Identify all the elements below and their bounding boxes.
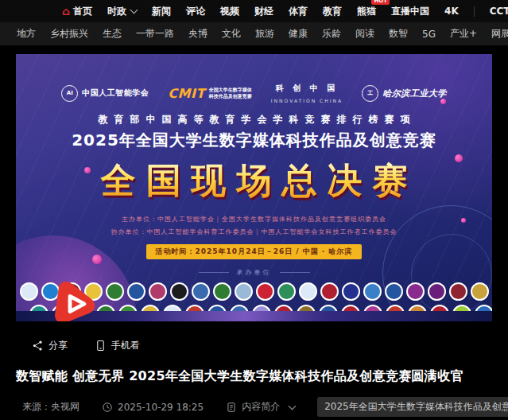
final-title: 全国现场总决赛	[16, 158, 492, 204]
share-label: 分享	[48, 339, 68, 352]
university-logo	[106, 282, 124, 301]
nav-item-时政[interactable]: 时政	[107, 5, 137, 18]
nav-item-CCTV.直播[interactable]: CCTV.直播	[490, 5, 508, 18]
nav-item-label: 评论	[186, 5, 205, 18]
nav-item-旅游[interactable]: 旅游	[255, 27, 274, 41]
primary-nav-items: ⌂首页时政新闻评论视频财经体育教育熊猫HOT直播中国4KCCTV.直播中	[62, 5, 508, 18]
secondary-nav: 地方乡村振兴生态一带一路央博文化旅游健康乐龄阅读数智5G产业+网展央央好物	[0, 22, 508, 45]
ranking-subtitle: 教育部中国高等教育学会学科竞赛排行榜赛项	[16, 113, 492, 126]
co-organizer-line: 协办单位：中国人工智能学会科普工作委员会｜中国人工智能学会女科技工作者工作委员会	[16, 228, 492, 236]
university-logo	[406, 282, 425, 301]
event-time-badge: 活动时间：2025年10月24日－26日 / 中国 · 哈尔滨	[146, 244, 363, 259]
nav-item-财经[interactable]: 财经	[254, 5, 273, 18]
nav-item-乐龄[interactable]: 乐龄	[322, 27, 341, 41]
divider-line	[280, 272, 310, 273]
nav-item-教育[interactable]: 教育	[323, 5, 342, 18]
university-logo	[428, 282, 446, 301]
university-logo	[235, 282, 253, 301]
university-logo	[385, 282, 403, 301]
secondary-nav-items: 地方乡村振兴生态一带一路央博文化旅游健康乐龄阅读数智5G产业+网展央央好物	[17, 27, 508, 41]
caai-logo: AI 中国人工智能学会	[61, 85, 149, 102]
nav-item-label: 视频	[220, 5, 239, 18]
nav-item-乡村振兴[interactable]: 乡村振兴	[50, 27, 88, 41]
university-logo	[256, 282, 274, 301]
innovation-china-logo: 科 创 中 国 INNOVATION CHINA	[271, 83, 343, 103]
nav-item-label: 时政	[107, 5, 126, 18]
nav-item-数智[interactable]: 数智	[389, 27, 408, 41]
partner-logos-row: AI 中国人工智能学会 CMIT 全国大学生数字媒体 科技作品及创意竞赛 科 创…	[16, 83, 492, 103]
nav-item-label: CCTV.直播	[490, 5, 508, 18]
nav-item-4K[interactable]: 4K	[444, 6, 459, 17]
document-icon	[226, 402, 237, 413]
content-summary-label: 内容简介	[242, 400, 280, 414]
mobile-view-button[interactable]: 手机看	[95, 339, 140, 352]
play-button[interactable]	[51, 280, 99, 321]
nav-item-直播中国[interactable]: 直播中国	[391, 5, 429, 18]
nav-item-文化[interactable]: 文化	[222, 27, 241, 41]
nav-item-体育[interactable]: 体育	[289, 5, 308, 18]
meta-bar: 来源：央视网 2025-10-29 18:25 内容简介	[22, 397, 508, 417]
timestamp-text: 2025-10-29 18:25	[118, 402, 204, 413]
caai-icon: AI	[61, 85, 78, 102]
nav-item-产业+[interactable]: 产业+	[450, 27, 477, 41]
caai-label: 中国人工智能学会	[82, 88, 149, 99]
nav-item-网展[interactable]: 网展	[491, 27, 508, 41]
divider-line	[199, 272, 229, 273]
nav-item-一带一路[interactable]: 一带一路	[136, 27, 174, 41]
chevron-down-icon	[289, 402, 297, 410]
nav-item-生态[interactable]: 生态	[103, 27, 122, 41]
publish-time: 2025-10-29 18:25	[102, 402, 204, 413]
nav-item-健康[interactable]: 健康	[289, 27, 308, 41]
nav-item-5G[interactable]: 5G	[422, 29, 436, 40]
hit-icon: 工	[362, 85, 378, 102]
nav-item-新闻[interactable]: 新闻	[152, 5, 171, 18]
innovation-china-sub: INNOVATION CHINA	[271, 98, 343, 103]
chevron-down-icon	[130, 6, 138, 14]
university-logo	[320, 282, 339, 301]
share-icon	[32, 340, 44, 352]
content-summary-toggle[interactable]: 内容简介	[226, 400, 295, 414]
nav-item-label: 财经	[254, 5, 273, 18]
nav-item-视频[interactable]: 视频	[220, 5, 239, 18]
nav-item-label: 熊猫	[357, 5, 376, 18]
phone-icon	[95, 340, 107, 352]
main-content: AI 中国人工智能学会 CMIT 全国大学生数字媒体 科技作品及创意竞赛 科 创…	[0, 45, 508, 417]
nav-item-熊猫[interactable]: 熊猫HOT	[357, 5, 376, 18]
nav-item-评论[interactable]: 评论	[186, 5, 205, 18]
video-player-poster[interactable]: AI 中国人工智能学会 CMIT 全国大学生数字媒体 科技作品及创意竞赛 科 创…	[16, 54, 492, 321]
nav-item-label: 体育	[289, 5, 308, 18]
university-logo	[149, 282, 167, 301]
nav-item-首页[interactable]: ⌂首页	[62, 5, 92, 18]
university-logo	[127, 282, 145, 301]
competition-title: 2025年全国大学生数字媒体科技作品及创意竞赛	[16, 130, 492, 151]
share-button[interactable]: 分享	[32, 339, 68, 352]
host-units-label: 承办单位	[237, 268, 272, 277]
tag-list: 2025年全国大学生数字媒体科技作品及创意竞赛全国现场总决赛哈尔滨	[317, 397, 508, 417]
primary-nav: ⌂首页时政新闻评论视频财经体育教育熊猫HOT直播中国4KCCTV.直播中	[0, 0, 508, 22]
hit-label: 哈尔滨工业大学	[382, 88, 447, 99]
university-logo	[20, 282, 38, 301]
university-logo	[471, 282, 489, 301]
mobile-view-label: 手机看	[111, 339, 140, 352]
university-logo	[170, 282, 188, 301]
source-label: 来源：央视网	[22, 400, 79, 414]
university-logo	[363, 282, 382, 301]
home-icon: ⌂	[62, 6, 70, 17]
university-logo	[449, 282, 467, 301]
innovation-china-label: 科 创 中 国	[276, 83, 338, 94]
university-logo	[192, 282, 210, 301]
nav-item-label: 直播中国	[391, 5, 429, 18]
tag[interactable]: 2025年全国大学生数字媒体科技作品及创意竞赛	[317, 397, 508, 417]
cmit-icon: CMIT	[168, 86, 205, 101]
nav-item-label: 教育	[323, 5, 342, 18]
cmit-label-line1: 全国大学生数字媒体	[209, 87, 252, 93]
clock-icon	[102, 402, 113, 413]
nav-item-阅读[interactable]: 阅读	[355, 27, 374, 41]
nav-item-label: 4K	[444, 6, 459, 17]
university-logo	[277, 282, 296, 301]
nav-item-label: 新闻	[152, 5, 171, 18]
nav-item-央博[interactable]: 央博	[188, 27, 207, 41]
university-logo	[299, 282, 317, 301]
nav-item-地方[interactable]: 地方	[17, 27, 36, 41]
source-text: 来源：央视网	[22, 400, 79, 414]
